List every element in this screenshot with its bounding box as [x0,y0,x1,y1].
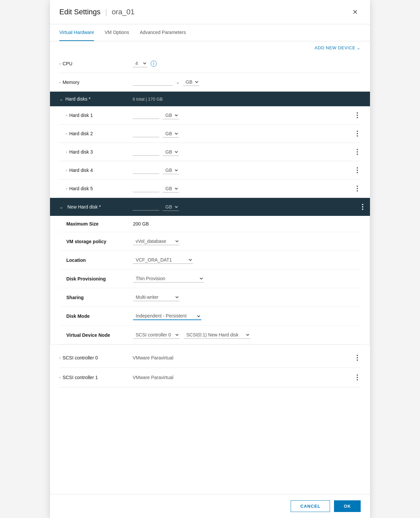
memory-chevron-icon[interactable]: › [59,80,61,84]
hard-disk-5-value-input[interactable]: 10 [133,185,159,192]
vdn-controller-select[interactable]: SCSI controller 0 SCSI controller 1 [133,331,180,339]
hard-disk-3-value-input[interactable]: 10 [133,149,159,156]
hard-disk-1-value-input[interactable]: 50 [133,112,159,119]
hard-disk-5-more-button[interactable] [354,184,361,193]
scsi-controller-1-row: › SCSI controller 1 VMware Paravirtual [59,368,361,387]
hard-disk-1-chevron-icon[interactable]: › [66,113,67,117]
hard-disk-1-more-button[interactable] [354,111,361,120]
hard-disk-1-unit-select[interactable]: GB MB [163,112,179,119]
hard-disk-3-chevron-icon[interactable]: › [66,150,67,154]
vm-storage-policy-select[interactable]: vVol_database [133,238,180,245]
sharing-row: Sharing Multi-writer None [60,288,360,307]
hard-disk-4-unit-select[interactable]: GB MB [163,167,179,174]
disk-provisioning-row: Disk Provisioning Thin Provision Thick P… [60,269,360,288]
hard-disk-4-row: › Hard disk 4 10 GB MB [59,161,361,180]
memory-label: › Memory [59,80,133,85]
memory-content: 16 ⌄ GB MB [133,78,361,86]
tab-virtual-hardware[interactable]: Virtual Hardware [59,24,94,41]
hard-disk-5-row: › Hard disk 5 10 GB MB [59,180,361,198]
hard-disk-4-more-button[interactable] [354,166,361,175]
new-hard-disk-chevron-icon[interactable]: ⌄ [59,204,63,210]
hard-disk-3-unit-select[interactable]: GB MB [163,148,179,156]
cpu-content: 4 1 2 8 16 i [133,60,361,67]
new-hard-disk-expanded-panel: Maximum Size 200 GB VM storage policy vV… [50,216,370,345]
memory-value-input[interactable]: 16 [133,79,173,86]
modal-divider: | [105,8,107,16]
cpu-row: › CPU 4 1 2 8 16 i [59,54,361,73]
content-area: › CPU 4 1 2 8 16 i › Memory 16 [50,54,370,494]
ok-button[interactable]: OK [334,500,361,512]
hard-disks-chevron-icon[interactable]: ⌄ [59,96,63,102]
hard-disk-2-value-input[interactable]: 50 [133,130,159,137]
scsi-1-chevron-icon[interactable]: › [59,375,61,379]
memory-unit-select[interactable]: GB MB [183,78,199,86]
maximum-size-row: Maximum Size 200 GB [60,216,360,232]
hard-disk-2-row: › Hard disk 2 50 GB MB [59,125,361,143]
location-row: Location VCF_ORA_DAT1 [60,251,360,269]
tab-vm-options[interactable]: VM Options [105,24,129,41]
scsi-1-value: VMware Paravirtual [133,375,354,380]
cpu-label: › CPU [59,61,133,66]
location-select[interactable]: VCF_ORA_DAT1 [133,256,193,264]
virtual-device-node-row: Virtual Device Node SCSI controller 0 SC… [60,326,360,344]
hard-disk-5-unit-select[interactable]: GB MB [163,185,179,193]
modal-footer: CANCEL OK [50,494,370,518]
hard-disk-3-more-button[interactable] [354,148,361,156]
new-hard-disk-more-button[interactable] [359,203,366,211]
tab-advanced-parameters[interactable]: Advanced Parameters [140,24,186,41]
hard-disk-3-row: › Hard disk 3 10 GB MB [59,143,361,161]
cpu-info-icon[interactable]: i [151,61,157,67]
modal-header: Edit Settings | ora_01 ✕ [50,0,370,24]
new-hard-disk-value-input[interactable]: 40 [133,204,159,211]
modal-subtitle: ora_01 [112,8,135,16]
cpu-chevron-icon[interactable]: › [59,62,61,66]
chevron-down-icon: ⌄ [176,80,180,85]
new-hard-disk-unit-select[interactable]: GB MB [163,203,179,211]
disk-mode-row: Disk Mode Independent - Persistent Depen… [60,307,360,326]
disk-provisioning-select[interactable]: Thin Provision Thick Provision Lazy Zero… [133,275,204,282]
hard-disk-4-chevron-icon[interactable]: › [66,168,67,172]
close-button[interactable]: ✕ [350,7,361,17]
edit-settings-modal: Edit Settings | ora_01 ✕ Virtual Hardwar… [50,0,370,518]
cpu-value-select[interactable]: 4 1 2 8 16 [133,60,147,67]
hard-disks-summary: 6 total | 170 GB [133,97,361,102]
modal-title: Edit Settings [59,8,101,16]
hard-disk-2-more-button[interactable] [354,129,361,138]
scsi-0-more-button[interactable] [354,353,361,362]
scsi-1-more-button[interactable] [354,373,361,382]
new-hard-disk-header: ⌄ New Hard disk * 40 GB MB [50,198,370,216]
tab-bar: Virtual Hardware VM Options Advanced Par… [50,24,370,41]
add-new-device-button[interactable]: ADD NEW DEVICE ⌄ [315,45,361,50]
hard-disks-header: ⌄ Hard disks * 6 total | 170 GB [50,92,370,106]
hard-disk-1-row: › Hard disk 1 50 GB MB [59,106,361,125]
hard-disk-4-value-input[interactable]: 10 [133,167,159,174]
disk-mode-select[interactable]: Independent - Persistent Dependent Indep… [133,312,201,320]
chevron-down-icon: ⌄ [357,45,361,50]
vm-storage-policy-row: VM storage policy vVol_database [60,232,360,251]
scsi-0-value: VMware Paravirtual [133,355,354,360]
hard-disk-5-chevron-icon[interactable]: › [66,187,67,191]
toolbar: ADD NEW DEVICE ⌄ [50,41,370,54]
memory-row: › Memory 16 ⌄ GB MB [59,73,361,92]
hard-disk-2-chevron-icon[interactable]: › [66,132,67,136]
hard-disk-2-unit-select[interactable]: GB MB [163,130,179,138]
vdn-disk-select[interactable]: SCSI(0:1) New Hard disk [184,331,250,339]
sharing-select[interactable]: Multi-writer None [133,293,180,301]
maximum-size-value: 200 GB [133,221,149,227]
cancel-button[interactable]: CANCEL [291,500,330,512]
scsi-0-chevron-icon[interactable]: › [59,356,61,360]
scsi-controller-0-row: › SCSI controller 0 VMware Paravirtual [59,348,361,368]
